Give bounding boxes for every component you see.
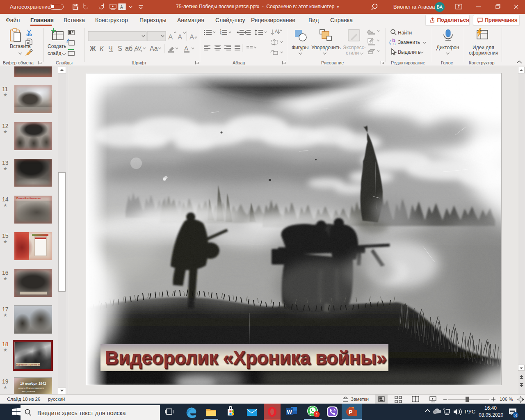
svg-text:W: W: [287, 409, 292, 415]
svg-text:S: S: [118, 45, 122, 52]
svg-text:A: A: [168, 33, 173, 41]
svg-text:A: A: [178, 33, 183, 41]
svg-text:A: A: [120, 5, 123, 9]
svg-text:3: 3: [220, 33, 221, 36]
svg-text:Аа: Аа: [150, 45, 158, 52]
svg-text:К: К: [100, 45, 104, 52]
svg-text:1: 1: [316, 412, 318, 417]
svg-text:аб: аб: [125, 45, 132, 52]
svg-text:P: P: [349, 409, 352, 415]
svg-text:Ч: Ч: [108, 45, 113, 52]
svg-text:c: c: [393, 41, 396, 46]
svg-text:AV: AV: [135, 45, 142, 51]
svg-text:Ж: Ж: [89, 45, 96, 52]
svg-text:3: 3: [514, 413, 517, 418]
svg-text:А: А: [184, 45, 188, 52]
svg-text:A: A: [189, 33, 194, 41]
